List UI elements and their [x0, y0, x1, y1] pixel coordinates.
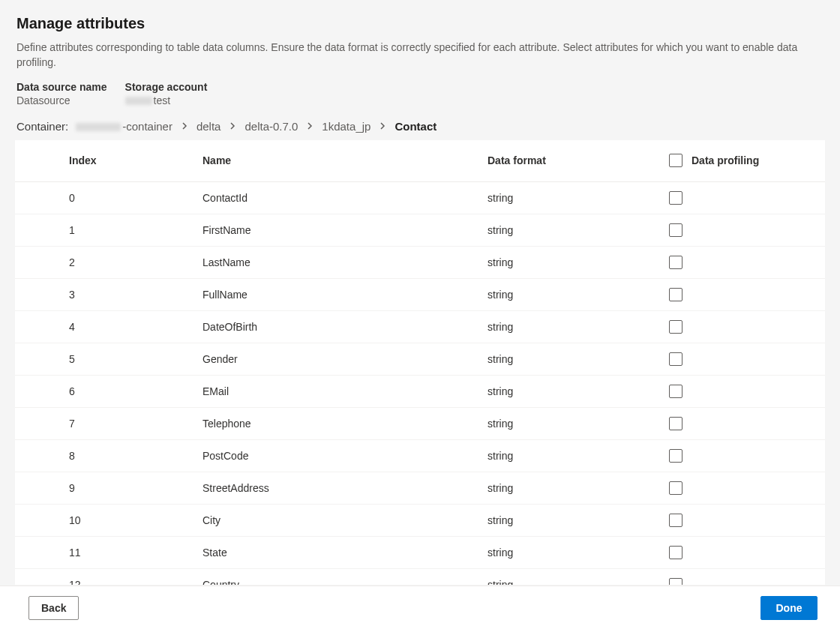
table-row: 6EMailstring — [15, 376, 825, 408]
cell-name: PostCode — [202, 440, 488, 472]
breadcrumb-item-delta[interactable]: delta — [196, 120, 221, 133]
breadcrumb-item-1kdata-jp[interactable]: 1kdata_jp — [322, 120, 370, 133]
cell-name: Telephone — [202, 408, 488, 440]
col-pad — [15, 140, 69, 182]
cell-name: Country — [202, 569, 488, 585]
profiling-checkbox[interactable] — [669, 546, 682, 559]
cell-index: 3 — [69, 279, 202, 311]
cell-pad — [15, 569, 69, 585]
table-row: 4DateOfBirthstring — [15, 311, 825, 343]
cell-format: string — [488, 408, 669, 440]
chevron-right-icon — [228, 121, 237, 130]
content-area: Manage attributes Define attributes corr… — [0, 0, 840, 586]
col-format[interactable]: Data format — [488, 140, 669, 182]
data-source-value: Datasource — [16, 94, 107, 106]
select-all-checkbox[interactable] — [669, 154, 682, 167]
done-button[interactable]: Done — [760, 596, 818, 620]
profiling-checkbox[interactable] — [669, 352, 682, 366]
cell-pad — [15, 279, 69, 311]
profiling-checkbox[interactable] — [669, 385, 682, 398]
cell-format: string — [488, 343, 669, 376]
cell-end — [788, 569, 825, 585]
cell-format: string — [488, 311, 669, 343]
cell-end — [788, 343, 825, 376]
cell-end — [788, 472, 825, 505]
cell-name: FullName — [202, 279, 488, 311]
profiling-checkbox[interactable] — [669, 256, 682, 269]
profiling-checkbox[interactable] — [669, 578, 682, 584]
cell-name: EMail — [202, 376, 488, 408]
cell-index: 2 — [69, 247, 202, 279]
table-row: 11Statestring — [15, 537, 825, 569]
cell-pad — [15, 537, 69, 569]
cell-profiling-checkbox — [669, 440, 692, 472]
breadcrumb: Container: -container delta delta-0.7.0 … — [16, 120, 824, 133]
cell-end — [788, 279, 825, 311]
cell-profiling-spacer — [692, 440, 788, 472]
back-button[interactable]: Back — [28, 596, 79, 620]
cell-end — [788, 311, 825, 343]
cell-profiling-checkbox — [669, 408, 692, 440]
cell-format: string — [488, 182, 669, 214]
table-row: 12Countrystring — [15, 569, 825, 585]
cell-profiling-checkbox — [669, 537, 692, 569]
profiling-checkbox[interactable] — [669, 288, 682, 301]
profiling-checkbox[interactable] — [669, 514, 682, 527]
manage-attributes-page: Manage attributes Define attributes corr… — [0, 0, 840, 629]
cell-end — [788, 214, 825, 247]
table-row: 2LastNamestring — [15, 247, 825, 279]
cell-pad — [15, 472, 69, 505]
cell-index: 6 — [69, 376, 202, 408]
cell-format: string — [488, 505, 669, 537]
cell-name: State — [202, 537, 488, 569]
table-row: 5Genderstring — [15, 343, 825, 376]
storage-account-suffix: test — [154, 94, 171, 106]
breadcrumb-container[interactable]: -container — [76, 120, 172, 133]
cell-profiling-checkbox — [669, 214, 692, 247]
cell-index: 5 — [69, 343, 202, 376]
profiling-checkbox[interactable] — [669, 481, 682, 495]
cell-profiling-checkbox — [669, 343, 692, 376]
profiling-checkbox[interactable] — [669, 223, 682, 237]
profiling-checkbox[interactable] — [669, 417, 682, 430]
col-index[interactable]: Index — [69, 140, 202, 182]
cell-name: DateOfBirth — [202, 311, 488, 343]
col-profiling[interactable]: Data profiling — [692, 140, 788, 182]
cell-profiling-spacer — [692, 182, 788, 214]
cell-profiling-spacer — [692, 311, 788, 343]
cell-profiling-checkbox — [669, 247, 692, 279]
cell-format: string — [488, 440, 669, 472]
cell-end — [788, 408, 825, 440]
cell-index: 9 — [69, 472, 202, 505]
page-description: Define attributes corresponding to table… — [16, 40, 812, 70]
breadcrumb-item-delta-070[interactable]: delta-0.7.0 — [244, 120, 298, 133]
cell-end — [788, 505, 825, 537]
cell-profiling-spacer — [692, 569, 788, 585]
cell-pad — [15, 343, 69, 376]
cell-format: string — [488, 569, 669, 585]
cell-pad — [15, 440, 69, 472]
data-source-label: Data source name — [16, 81, 107, 93]
cell-profiling-spacer — [692, 343, 788, 376]
table-row: 9StreetAddressstring — [15, 472, 825, 505]
cell-profiling-spacer — [692, 505, 788, 537]
page-title: Manage attributes — [16, 15, 824, 32]
meta-data-source: Data source name Datasource — [16, 81, 107, 106]
cell-profiling-checkbox — [669, 376, 692, 408]
breadcrumb-container-suffix: -container — [122, 120, 172, 133]
attributes-table: Index Name Data format Data profiling 0C… — [15, 140, 825, 585]
cell-profiling-spacer — [692, 376, 788, 408]
col-name[interactable]: Name — [202, 140, 488, 182]
cell-profiling-spacer — [692, 472, 788, 505]
table-row: 0ContactIdstring — [15, 182, 825, 214]
cell-index: 11 — [69, 537, 202, 569]
cell-format: string — [488, 537, 669, 569]
profiling-checkbox[interactable] — [669, 191, 682, 205]
profiling-checkbox[interactable] — [669, 449, 682, 463]
profiling-checkbox[interactable] — [669, 320, 682, 334]
cell-name: Gender — [202, 343, 488, 376]
table-row: 8PostCodestring — [15, 440, 825, 472]
meta-row: Data source name Datasource Storage acco… — [16, 81, 824, 106]
cell-pad — [15, 311, 69, 343]
cell-profiling-spacer — [692, 247, 788, 279]
